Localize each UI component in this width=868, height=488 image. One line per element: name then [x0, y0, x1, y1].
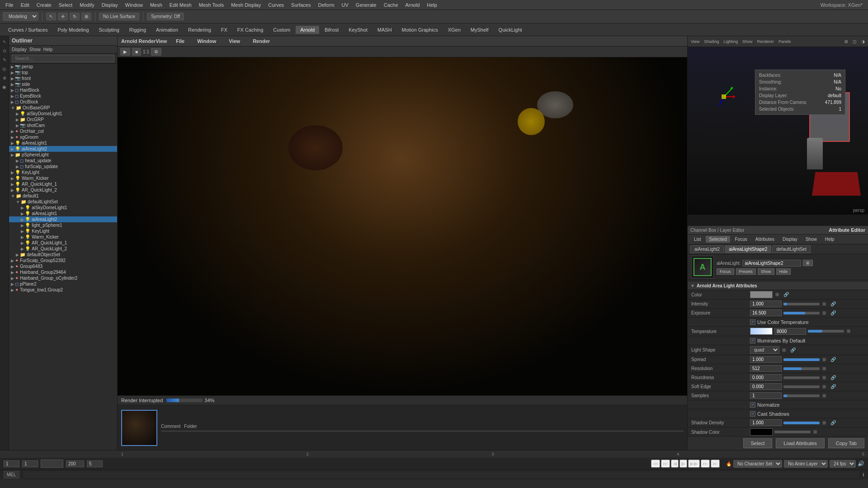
attr-tab-attributes[interactable]: Attributes [752, 236, 778, 243]
sculpt-icon[interactable]: ◎ [1, 65, 8, 72]
tree-item-furScalp_update[interactable]: ▶◻furScalp_update [9, 164, 117, 169]
attr-shadow-color-copy[interactable]: ⊞ [813, 429, 819, 435]
menu-deform[interactable]: Deform [314, 1, 338, 9]
vp-menu-panels[interactable]: Panels [777, 39, 793, 44]
prev-frame-btn[interactable]: ◀ [671, 460, 679, 468]
tree-item-KeyLight2[interactable]: ▶💡KeyLight [9, 228, 117, 234]
attr-resolution-copy[interactable]: ⊞ [822, 366, 828, 371]
tree-item-light_pSphere1[interactable]: ▶💡light_pSphere1 [9, 222, 117, 228]
attr-temperature-slider[interactable] [808, 330, 844, 333]
attr-intensity-link[interactable]: 🔗 [830, 301, 836, 307]
attr-roundness-copy[interactable]: ⊞ [822, 375, 828, 380]
shelf-tab-rigging[interactable]: Rigging [125, 26, 151, 34]
attr-soft-edge-copy[interactable]: ⊞ [822, 384, 828, 389]
attr-shadow-color-slider[interactable] [774, 431, 811, 433]
attr-soft-edge-input[interactable] [750, 383, 782, 390]
play-start-input[interactable] [22, 460, 38, 467]
attr-tab-focus[interactable]: Focus [731, 236, 750, 243]
attr-color-temp-checkbox[interactable]: ✓ [750, 319, 755, 325]
tree-item-side[interactable]: ▶📷side [9, 81, 117, 87]
menu-modify[interactable]: Modify [76, 1, 98, 9]
attr-icon-btn[interactable]: ⊞ [803, 260, 813, 266]
tree-item-top[interactable]: ▶📷top [9, 70, 117, 75]
tree-item-pPlane2[interactable]: ▶◻pPlane2 [9, 281, 117, 287]
menu-surfaces[interactable]: Surfaces [288, 1, 314, 9]
vp-menu-shading[interactable]: Shading [703, 39, 720, 44]
tree-item-Group6483[interactable]: ▶✦Group6483 [9, 263, 117, 269]
outliner-menu-display[interactable]: Display [12, 47, 27, 52]
tree-item-pSphereLight[interactable]: ▶📁pSphereLight [9, 152, 117, 158]
tree-item-aiSkyDomeLight1[interactable]: ▶💡aiSkyDomeLight1 [9, 111, 117, 117]
vp-grid-icon[interactable]: ⊞ [843, 39, 849, 44]
attr-tab-help[interactable]: Help [821, 236, 838, 243]
attr-samples-slider[interactable] [783, 394, 820, 397]
comment-input-area[interactable] [161, 431, 684, 432]
select-icon[interactable]: ↖ [1, 38, 8, 45]
shelf-tab-sculpt[interactable]: Sculpting [94, 26, 124, 34]
attr-intensity-copy[interactable]: ⊞ [822, 301, 828, 307]
menu-window[interactable]: Window [122, 1, 146, 9]
load-attributes-button[interactable]: Load Attributes [776, 438, 824, 448]
current-frame-input[interactable] [87, 460, 103, 467]
attr-tab-selected[interactable]: Selected [706, 236, 731, 243]
attr-spread-copy[interactable]: ⊞ [822, 357, 828, 362]
shelf-tab-rendering[interactable]: Rendering [184, 26, 216, 34]
tree-item-aiAreaLight2[interactable]: ▶💡aiAreaLight2 [9, 146, 117, 152]
render-btn[interactable]: ▶ [120, 48, 130, 56]
menu-arnold[interactable]: Arnold [402, 1, 424, 9]
renderview-menu-view[interactable]: View [225, 38, 244, 45]
end-frame-input[interactable] [66, 460, 84, 467]
attr-shadow-density-copy[interactable]: ⊞ [822, 420, 828, 426]
menu-create[interactable]: Create [33, 1, 55, 9]
tree-item-AR_QuickLight_2_2[interactable]: ▶💡AR_QuickLight_2 [9, 246, 117, 252]
attr-tab-list[interactable]: List [690, 236, 705, 243]
attr-tab-show[interactable]: Show [802, 236, 821, 243]
tree-item-Warm_Kicker[interactable]: ▶💡Warm_Kicker [9, 175, 117, 181]
attr-color-copy[interactable]: ⊞ [775, 292, 781, 297]
menu-curves[interactable]: Curves [264, 1, 288, 9]
tree-item-Tongue_low1_Group2[interactable]: ▶✦Tongue_low1:Group2 [9, 287, 117, 293]
character-set-dropdown[interactable]: No Character Set [733, 460, 782, 468]
renderview-menu-window[interactable]: Window [193, 38, 220, 45]
lasso-icon[interactable]: ⊙ [1, 47, 8, 54]
attr-light-name-input[interactable] [742, 260, 801, 267]
attr-spread-input[interactable] [750, 356, 782, 363]
attr-temperature-copy[interactable]: ⊞ [847, 328, 852, 334]
attr-intensity-input[interactable] [750, 300, 782, 307]
attr-exposure-slider[interactable] [783, 312, 820, 314]
tree-item-FurScalp_Group52392[interactable]: ▶✦FurScalp_Group52392 [9, 258, 117, 263]
move-tool-btn[interactable]: ✛ [58, 13, 68, 20]
tree-item-defaultObjectSet[interactable]: ▶📁defaultObjectSet [9, 252, 117, 258]
prev-key-btn[interactable]: ⏭ [661, 460, 670, 468]
copy-tab-button[interactable]: Copy Tab [828, 438, 864, 448]
command-input[interactable] [23, 471, 859, 478]
tree-item-OrcBaseGRP[interactable]: ▼📁OrcBaseGRP [9, 105, 117, 111]
next-key-btn[interactable]: ⏭ [701, 460, 710, 468]
attr-light-shape-copy[interactable]: ⊞ [782, 347, 788, 353]
anim-layer-dropdown[interactable]: No Anim Layer [784, 460, 828, 468]
menu-display[interactable]: Display [98, 1, 122, 9]
tree-item-Hairband_Group_Cylinder2[interactable]: ▶✦Hairband_Group_oCylinder2 [9, 275, 117, 281]
shelf-tab-mash[interactable]: MASH [373, 26, 396, 34]
tree-item-defaultLightSet[interactable]: ▼📁defaultLightSet [9, 199, 117, 205]
menu-mesh[interactable]: Mesh [146, 1, 166, 9]
attr-light-shape-link[interactable]: 🔗 [790, 347, 796, 353]
node-tab-area-light[interactable]: aiAreaLight2 [690, 245, 724, 253]
tree-item-Warm_Kicker2[interactable]: ▶💡Warm_Kicker [9, 234, 117, 240]
tree-item-shotCam[interactable]: ▶📷shotCam [9, 122, 117, 128]
menu-mesh-display[interactable]: Mesh Display [227, 1, 264, 9]
tree-item-AR_QuickLight_2[interactable]: ▶💡AR_QuickLight_2 [9, 187, 117, 193]
tree-item-AR_QuickLight_1_2[interactable]: ▶💡AR_QuickLight_1 [9, 240, 117, 246]
tree-item-front[interactable]: ▶📷front [9, 75, 117, 81]
menu-help[interactable]: Help [423, 1, 441, 9]
menu-mesh-tools[interactable]: Mesh Tools [195, 1, 227, 9]
attr-resolution-slider[interactable] [783, 367, 820, 370]
shelf-tab-arnold[interactable]: Arnold [296, 26, 319, 34]
hide-btn[interactable]: Hide [776, 268, 791, 275]
shelf-tab-bifrost[interactable]: Bifrost [320, 26, 343, 34]
attr-shadow-density-input[interactable] [750, 419, 782, 426]
viewport-area[interactable]: Backfaces: N/A Smoothing: N/A Instance: … [688, 47, 868, 215]
tree-item-aiAreaLight1_2[interactable]: ▶💡aiAreaLight1 [9, 211, 117, 216]
attr-exposure-copy[interactable]: ⊞ [822, 310, 828, 316]
tree-item-OrcGRP[interactable]: ▶📁OrcGRP [9, 117, 117, 122]
